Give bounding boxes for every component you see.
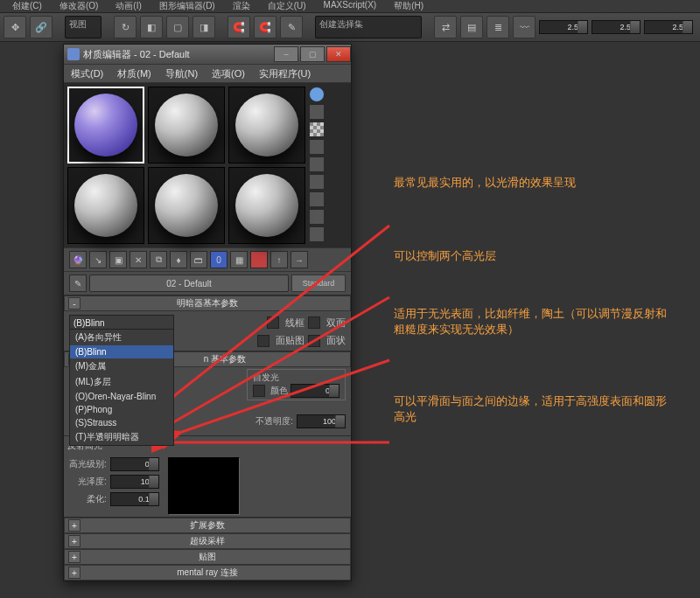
put-to-library-icon[interactable]: 🗃 <box>190 251 207 268</box>
self-illum-spinner[interactable]: 0 <box>290 384 340 398</box>
menu-render[interactable]: 渲染 <box>224 0 259 12</box>
material-name-field[interactable]: 02 - Default <box>89 275 289 292</box>
material-editor-window: 材质编辑器 - 02 - Default – ▢ ✕ 模式(D) 材质(M) 导… <box>63 44 352 581</box>
show-map-icon[interactable]: ▦ <box>230 251 248 268</box>
sample-type-icon[interactable] <box>309 87 325 102</box>
glossiness-spinner[interactable]: 10 <box>110 475 159 489</box>
specular-level-spinner[interactable]: 0 <box>110 457 159 471</box>
shader-option-strauss[interactable]: (S)Strauss <box>70 416 173 429</box>
window-title: 材质编辑器 - 02 - Default <box>83 48 272 61</box>
rollup-maps[interactable]: +贴图 <box>64 549 351 565</box>
matmenu-navigate[interactable]: 导航(N) <box>158 65 205 82</box>
mirror-tool-icon[interactable]: ▢ <box>166 16 189 38</box>
matmenu-modes[interactable]: 模式(D) <box>64 65 110 82</box>
curve-editor-icon[interactable]: 〰 <box>513 16 536 38</box>
shader-option-anisotropic[interactable]: (A)各向异性 <box>70 330 173 345</box>
pick-material-icon[interactable]: ✎ <box>69 275 87 292</box>
make-unique-icon[interactable]: ♦ <box>170 251 187 268</box>
viewport-dropdown[interactable]: 视图 <box>65 16 102 38</box>
facemap-checkbox[interactable] <box>257 335 270 347</box>
shader-rollup-header[interactable]: - 明暗器基本参数 <box>64 296 351 311</box>
reset-map-icon[interactable]: ✕ <box>130 251 147 268</box>
backlight-icon[interactable] <box>309 104 325 120</box>
material-type-button[interactable]: Standard <box>291 275 346 292</box>
soften-spinner[interactable]: 0.1 <box>110 492 159 506</box>
sphere-icon <box>235 174 298 237</box>
shader-option-blinn[interactable]: (B)Blinn <box>70 345 173 358</box>
rollup-extended[interactable]: +扩展参数 <box>64 518 351 533</box>
menu-modifiers[interactable]: 修改器(O) <box>51 0 107 12</box>
rotate-tool-icon[interactable]: ↻ <box>114 16 136 38</box>
options-icon[interactable] <box>309 191 325 207</box>
menu-help[interactable]: 帮助(H) <box>385 0 432 12</box>
matmenu-options[interactable]: 选项(O) <box>205 65 252 82</box>
material-id-icon[interactable]: 0 <box>210 251 228 268</box>
matmenu-material[interactable]: 材质(M) <box>110 65 158 82</box>
close-btn[interactable]: ✕ <box>326 46 351 62</box>
rollup-title: 超级采样 <box>190 535 225 547</box>
mirror-icon[interactable]: ⇄ <box>434 16 457 38</box>
sphere-icon <box>155 174 218 237</box>
make-preview-icon[interactable] <box>309 174 325 190</box>
matmenu-utilities[interactable]: 实用程序(U) <box>252 65 318 82</box>
shader-option-multi-layer[interactable]: (ML)多层 <box>70 374 173 390</box>
snap-angle-icon[interactable]: 🧲 <box>228 16 250 38</box>
get-material-icon[interactable]: 🔮 <box>69 251 87 268</box>
assign-to-selection-icon[interactable]: ▣ <box>109 251 127 268</box>
show-end-result-icon[interactable] <box>250 251 268 268</box>
shader-option-oren-nayar[interactable]: (O)Oren-Nayar-Blinn <box>70 390 173 403</box>
spinner-3[interactable]: 2.5 <box>644 20 693 34</box>
spinner-1[interactable]: 2.5 <box>539 20 588 34</box>
rollup-supersample[interactable]: +超级采样 <box>64 533 351 549</box>
sample-slot-6[interactable] <box>228 167 305 244</box>
sample-slot-3[interactable] <box>228 87 305 163</box>
menu-graph-editors[interactable]: 图形编辑器(D) <box>150 0 224 12</box>
shader-option-phong[interactable]: (P)Phong <box>70 403 173 416</box>
menu-create[interactable]: 创建(C) <box>4 0 51 12</box>
spinner-2[interactable]: 2.5 <box>592 20 640 34</box>
shader-option-metal[interactable]: (M)金属 <box>70 358 173 374</box>
link-tool-icon[interactable]: 🔗 <box>30 16 52 38</box>
rollup-toggle[interactable]: - <box>68 297 80 309</box>
twosided-checkbox[interactable] <box>308 316 320 329</box>
align-icon[interactable]: ▤ <box>460 16 483 38</box>
maximize-btn[interactable]: ▢ <box>300 46 325 62</box>
opacity-label: 不透明度: <box>256 415 293 428</box>
layers-icon[interactable]: ≣ <box>486 16 509 38</box>
minimize-btn[interactable]: – <box>274 46 298 62</box>
select-by-material-icon[interactable] <box>309 209 325 225</box>
uv-tile-icon[interactable] <box>309 139 325 155</box>
opacity-spinner[interactable]: 100 <box>297 414 346 428</box>
edit-named-icon[interactable]: ✎ <box>280 16 303 38</box>
menu-customize[interactable]: 自定义(U) <box>259 0 315 12</box>
video-color-icon[interactable] <box>309 156 325 172</box>
menu-maxscript[interactable]: MAXScript(X) <box>315 0 386 12</box>
make-copy-icon[interactable]: ⧉ <box>150 251 167 268</box>
shader-option-translucent[interactable]: (T)半透明明暗器 <box>70 429 173 445</box>
menu-animation[interactable]: 动画(I) <box>107 0 150 12</box>
material-map-icon[interactable] <box>309 226 325 242</box>
faceted-checkbox[interactable] <box>308 335 320 347</box>
sample-slot-4[interactable] <box>67 167 144 244</box>
sample-slot-1[interactable] <box>67 87 144 163</box>
self-illum-checkbox[interactable] <box>253 385 265 397</box>
shader-type-list: (A)各向异性 (B)Blinn (M)金属 (ML)多层 (O)Oren-Na… <box>69 329 174 446</box>
sphere-icon <box>74 174 137 237</box>
put-material-icon[interactable]: ↘ <box>89 251 107 268</box>
align-tool-icon[interactable]: ◨ <box>192 16 215 38</box>
sample-slot-2[interactable] <box>148 87 225 163</box>
material-editor-menubar: 模式(D) 材质(M) 导航(N) 选项(O) 实用程序(U) <box>64 65 351 83</box>
material-editor-titlebar[interactable]: 材质编辑器 - 02 - Default – ▢ ✕ <box>64 45 351 65</box>
scale-tool-icon[interactable]: ◧ <box>140 16 163 38</box>
go-forward-icon[interactable]: → <box>290 251 308 268</box>
collapsed-rollups: +扩展参数 +超级采样 +贴图 +mental ray 连接 <box>64 517 351 581</box>
rollup-mentalray[interactable]: +mental ray 连接 <box>64 565 351 581</box>
wireframe-checkbox[interactable] <box>267 316 279 329</box>
specular-curve-preview <box>168 457 240 515</box>
move-tool-icon[interactable]: ✥ <box>4 16 26 38</box>
sample-slot-5[interactable] <box>148 167 225 244</box>
selection-set-dropdown[interactable]: 创建选择集 <box>315 16 422 38</box>
snap-percent-icon[interactable]: 🧲 <box>254 16 276 38</box>
go-to-parent-icon[interactable]: ↑ <box>270 251 288 268</box>
background-icon[interactable] <box>309 122 325 137</box>
